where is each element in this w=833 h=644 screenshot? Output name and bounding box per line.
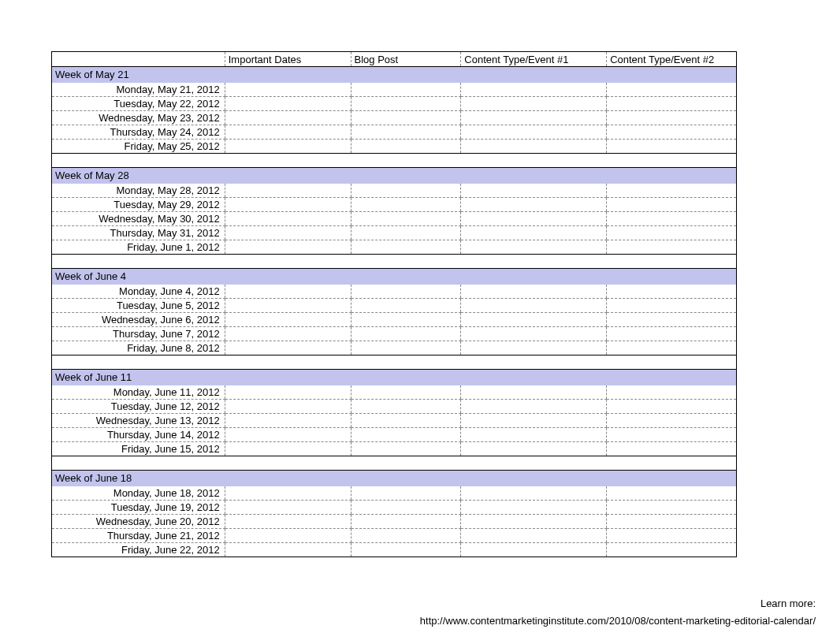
cell-event-2[interactable]: [607, 414, 737, 428]
cell-event-1[interactable]: [461, 486, 607, 501]
cell-event-1[interactable]: [461, 198, 607, 212]
cell-blog-post[interactable]: [351, 414, 461, 428]
cell-blog-post[interactable]: [351, 111, 461, 125]
cell-event-1[interactable]: [461, 125, 607, 140]
cell-important-dates[interactable]: [225, 299, 351, 313]
cell-blog-post[interactable]: [351, 212, 461, 226]
cell-blog-post[interactable]: [351, 428, 461, 442]
cell-blog-post[interactable]: [351, 313, 461, 327]
cell-important-dates[interactable]: [225, 240, 351, 255]
cell-event-2[interactable]: [607, 212, 737, 226]
cell-important-dates[interactable]: [225, 341, 351, 356]
cell-important-dates[interactable]: [225, 442, 351, 456]
cell-event-2[interactable]: [607, 313, 737, 327]
cell-blog-post[interactable]: [351, 529, 461, 543]
cell-event-1[interactable]: [461, 442, 607, 456]
cell-event-1[interactable]: [461, 400, 607, 414]
cell-important-dates[interactable]: [225, 226, 351, 240]
cell-important-dates[interactable]: [225, 97, 351, 111]
cell-event-1[interactable]: [461, 212, 607, 226]
cell-event-1[interactable]: [461, 501, 607, 515]
cell-blog-post[interactable]: [351, 341, 461, 356]
cell-blog-post[interactable]: [351, 501, 461, 515]
cell-important-dates[interactable]: [225, 313, 351, 327]
cell-event-1[interactable]: [461, 97, 607, 111]
cell-event-2[interactable]: [607, 198, 737, 212]
cell-event-1[interactable]: [461, 313, 607, 327]
cell-event-2[interactable]: [607, 140, 737, 154]
cell-event-1[interactable]: [461, 428, 607, 442]
cell-event-2[interactable]: [607, 184, 737, 198]
cell-blog-post[interactable]: [351, 385, 461, 400]
cell-event-2[interactable]: [607, 285, 737, 299]
cell-blog-post[interactable]: [351, 83, 461, 97]
cell-blog-post[interactable]: [351, 543, 461, 557]
cell-event-1[interactable]: [461, 140, 607, 154]
cell-important-dates[interactable]: [225, 428, 351, 442]
cell-blog-post[interactable]: [351, 184, 461, 198]
cell-important-dates[interactable]: [225, 400, 351, 414]
cell-blog-post[interactable]: [351, 486, 461, 501]
cell-event-1[interactable]: [461, 543, 607, 557]
cell-event-2[interactable]: [607, 543, 737, 557]
cell-event-1[interactable]: [461, 184, 607, 198]
cell-blog-post[interactable]: [351, 442, 461, 456]
cell-event-2[interactable]: [607, 515, 737, 529]
cell-event-2[interactable]: [607, 442, 737, 456]
cell-blog-post[interactable]: [351, 327, 461, 341]
cell-important-dates[interactable]: [225, 543, 351, 557]
cell-important-dates[interactable]: [225, 198, 351, 212]
cell-important-dates[interactable]: [225, 414, 351, 428]
cell-event-1[interactable]: [461, 414, 607, 428]
cell-event-2[interactable]: [607, 428, 737, 442]
cell-blog-post[interactable]: [351, 226, 461, 240]
cell-event-1[interactable]: [461, 240, 607, 255]
cell-event-1[interactable]: [461, 83, 607, 97]
cell-important-dates[interactable]: [225, 529, 351, 543]
cell-blog-post[interactable]: [351, 515, 461, 529]
cell-important-dates[interactable]: [225, 486, 351, 501]
cell-event-2[interactable]: [607, 501, 737, 515]
cell-event-2[interactable]: [607, 327, 737, 341]
cell-blog-post[interactable]: [351, 299, 461, 313]
cell-blog-post[interactable]: [351, 285, 461, 299]
cell-blog-post[interactable]: [351, 97, 461, 111]
cell-event-1[interactable]: [461, 285, 607, 299]
cell-event-2[interactable]: [607, 529, 737, 543]
cell-event-1[interactable]: [461, 111, 607, 125]
cell-important-dates[interactable]: [225, 385, 351, 400]
cell-event-1[interactable]: [461, 341, 607, 356]
cell-event-1[interactable]: [461, 529, 607, 543]
cell-important-dates[interactable]: [225, 140, 351, 154]
cell-important-dates[interactable]: [225, 515, 351, 529]
cell-event-2[interactable]: [607, 385, 737, 400]
cell-event-2[interactable]: [607, 341, 737, 356]
cell-blog-post[interactable]: [351, 400, 461, 414]
cell-blog-post[interactable]: [351, 125, 461, 140]
cell-event-2[interactable]: [607, 226, 737, 240]
cell-important-dates[interactable]: [225, 83, 351, 97]
cell-blog-post[interactable]: [351, 140, 461, 154]
cell-event-2[interactable]: [607, 486, 737, 501]
cell-event-1[interactable]: [461, 327, 607, 341]
cell-event-2[interactable]: [607, 400, 737, 414]
cell-event-2[interactable]: [607, 83, 737, 97]
cell-event-2[interactable]: [607, 111, 737, 125]
cell-important-dates[interactable]: [225, 327, 351, 341]
cell-important-dates[interactable]: [225, 212, 351, 226]
cell-important-dates[interactable]: [225, 125, 351, 140]
cell-important-dates[interactable]: [225, 111, 351, 125]
cell-event-1[interactable]: [461, 299, 607, 313]
cell-event-2[interactable]: [607, 299, 737, 313]
cell-important-dates[interactable]: [225, 184, 351, 198]
cell-blog-post[interactable]: [351, 240, 461, 255]
cell-important-dates[interactable]: [225, 285, 351, 299]
cell-blog-post[interactable]: [351, 198, 461, 212]
cell-event-2[interactable]: [607, 97, 737, 111]
cell-important-dates[interactable]: [225, 501, 351, 515]
cell-event-2[interactable]: [607, 240, 737, 255]
cell-event-1[interactable]: [461, 385, 607, 400]
cell-event-1[interactable]: [461, 226, 607, 240]
cell-event-2[interactable]: [607, 125, 737, 140]
cell-event-1[interactable]: [461, 515, 607, 529]
